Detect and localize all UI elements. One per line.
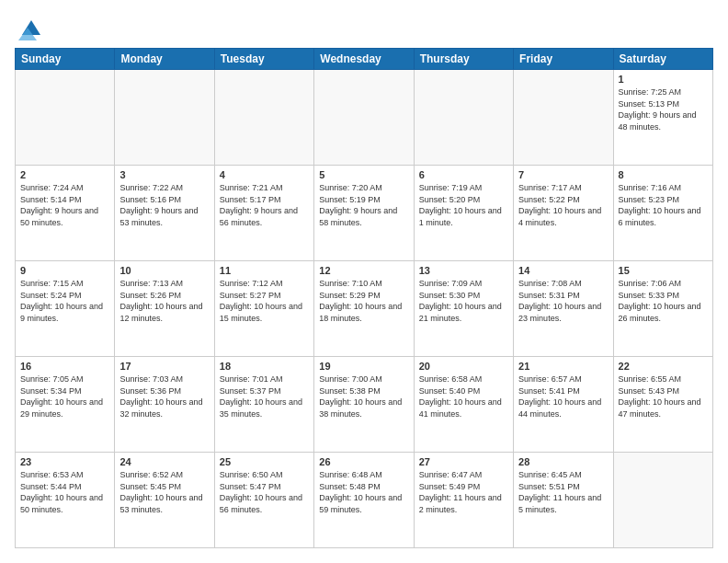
day-cell: 26Sunrise: 6:48 AMSunset: 5:48 PMDayligh… — [314, 453, 414, 548]
day-number: 12 — [319, 265, 408, 276]
day-number: 21 — [518, 361, 608, 372]
day-number: 7 — [518, 169, 608, 180]
day-cell — [314, 70, 414, 166]
day-cell: 27Sunrise: 6:47 AMSunset: 5:49 PMDayligh… — [414, 453, 513, 548]
day-cell: 18Sunrise: 7:01 AMSunset: 5:37 PMDayligh… — [214, 357, 313, 453]
day-number: 19 — [319, 361, 408, 372]
day-info: Sunrise: 7:20 AMSunset: 5:19 PMDaylight:… — [319, 182, 408, 228]
day-number: 13 — [419, 265, 508, 276]
day-number: 5 — [319, 169, 408, 180]
day-number: 2 — [20, 169, 109, 180]
week-row-1: 2Sunrise: 7:24 AMSunset: 5:14 PMDaylight… — [16, 166, 713, 261]
day-info: Sunrise: 7:00 AMSunset: 5:38 PMDaylight:… — [319, 373, 408, 419]
day-cell: 22Sunrise: 6:55 AMSunset: 5:43 PMDayligh… — [613, 357, 712, 453]
day-number: 25 — [220, 456, 309, 467]
day-info: Sunrise: 7:24 AMSunset: 5:14 PMDaylight:… — [20, 182, 109, 228]
day-info: Sunrise: 7:10 AMSunset: 5:29 PMDaylight:… — [319, 278, 408, 324]
day-cell: 17Sunrise: 7:03 AMSunset: 5:36 PMDayligh… — [115, 357, 214, 453]
day-cell: 1Sunrise: 7:25 AMSunset: 5:13 PMDaylight… — [613, 70, 712, 166]
day-info: Sunrise: 6:55 AMSunset: 5:43 PMDaylight:… — [619, 373, 708, 419]
day-info: Sunrise: 7:13 AMSunset: 5:26 PMDaylight:… — [119, 278, 209, 324]
day-cell: 24Sunrise: 6:52 AMSunset: 5:45 PMDayligh… — [115, 453, 214, 548]
day-info: Sunrise: 7:01 AMSunset: 5:37 PMDaylight:… — [220, 373, 309, 419]
day-cell: 28Sunrise: 6:45 AMSunset: 5:51 PMDayligh… — [514, 453, 613, 548]
day-info: Sunrise: 7:16 AMSunset: 5:23 PMDaylight:… — [619, 182, 708, 228]
day-info: Sunrise: 7:25 AMSunset: 5:13 PMDaylight:… — [619, 86, 708, 132]
day-number: 10 — [119, 265, 209, 276]
day-number: 27 — [419, 456, 508, 467]
col-header-thursday: Thursday — [414, 49, 513, 70]
day-cell: 16Sunrise: 7:05 AMSunset: 5:34 PMDayligh… — [16, 357, 115, 453]
col-header-friday: Friday — [514, 49, 613, 70]
col-header-sunday: Sunday — [16, 49, 115, 70]
week-row-0: 1Sunrise: 7:25 AMSunset: 5:13 PMDaylight… — [16, 70, 713, 166]
day-cell: 7Sunrise: 7:17 AMSunset: 5:22 PMDaylight… — [514, 166, 613, 261]
day-cell — [214, 70, 313, 166]
day-number: 1 — [619, 74, 708, 85]
day-cell: 20Sunrise: 6:58 AMSunset: 5:40 PMDayligh… — [414, 357, 513, 453]
header — [15, 15, 713, 40]
page: SundayMondayTuesdayWednesdayThursdayFrid… — [0, 0, 728, 563]
logo-icon — [18, 15, 44, 40]
day-number: 17 — [119, 361, 209, 372]
week-row-2: 9Sunrise: 7:15 AMSunset: 5:24 PMDaylight… — [16, 261, 713, 357]
day-cell: 5Sunrise: 7:20 AMSunset: 5:19 PMDaylight… — [314, 166, 414, 261]
day-cell: 2Sunrise: 7:24 AMSunset: 5:14 PMDaylight… — [16, 166, 115, 261]
day-cell: 14Sunrise: 7:08 AMSunset: 5:31 PMDayligh… — [514, 261, 613, 357]
week-row-3: 16Sunrise: 7:05 AMSunset: 5:34 PMDayligh… — [16, 357, 713, 453]
day-cell: 6Sunrise: 7:19 AMSunset: 5:20 PMDaylight… — [414, 166, 513, 261]
day-info: Sunrise: 7:03 AMSunset: 5:36 PMDaylight:… — [119, 373, 209, 419]
day-info: Sunrise: 7:08 AMSunset: 5:31 PMDaylight:… — [518, 278, 608, 324]
day-cell: 3Sunrise: 7:22 AMSunset: 5:16 PMDaylight… — [115, 166, 214, 261]
day-number: 20 — [419, 361, 508, 372]
col-header-monday: Monday — [115, 49, 214, 70]
day-number: 15 — [619, 265, 708, 276]
week-row-4: 23Sunrise: 6:53 AMSunset: 5:44 PMDayligh… — [16, 453, 713, 548]
col-header-tuesday: Tuesday — [214, 49, 313, 70]
day-info: Sunrise: 6:57 AMSunset: 5:41 PMDaylight:… — [518, 373, 608, 419]
day-info: Sunrise: 7:17 AMSunset: 5:22 PMDaylight:… — [518, 182, 608, 228]
day-info: Sunrise: 6:45 AMSunset: 5:51 PMDaylight:… — [518, 469, 608, 515]
day-number: 28 — [518, 456, 608, 467]
day-info: Sunrise: 7:15 AMSunset: 5:24 PMDaylight:… — [20, 278, 109, 324]
day-info: Sunrise: 7:22 AMSunset: 5:16 PMDaylight:… — [119, 182, 209, 228]
day-cell — [414, 70, 513, 166]
day-number: 3 — [119, 169, 209, 180]
day-number: 11 — [220, 265, 309, 276]
day-number: 4 — [220, 169, 309, 180]
day-number: 14 — [518, 265, 608, 276]
day-info: Sunrise: 7:09 AMSunset: 5:30 PMDaylight:… — [419, 278, 508, 324]
day-info: Sunrise: 6:52 AMSunset: 5:45 PMDaylight:… — [119, 469, 209, 515]
day-cell: 8Sunrise: 7:16 AMSunset: 5:23 PMDaylight… — [613, 166, 712, 261]
day-info: Sunrise: 6:50 AMSunset: 5:47 PMDaylight:… — [220, 469, 309, 515]
day-cell — [115, 70, 214, 166]
day-cell: 9Sunrise: 7:15 AMSunset: 5:24 PMDaylight… — [16, 261, 115, 357]
day-number: 22 — [619, 361, 708, 372]
day-info: Sunrise: 6:58 AMSunset: 5:40 PMDaylight:… — [419, 373, 508, 419]
day-number: 9 — [20, 265, 109, 276]
day-number: 6 — [419, 169, 508, 180]
day-cell: 25Sunrise: 6:50 AMSunset: 5:47 PMDayligh… — [214, 453, 313, 548]
day-info: Sunrise: 7:06 AMSunset: 5:33 PMDaylight:… — [619, 278, 708, 324]
day-info: Sunrise: 7:21 AMSunset: 5:17 PMDaylight:… — [220, 182, 309, 228]
day-number: 23 — [20, 456, 109, 467]
day-cell — [613, 453, 712, 548]
day-cell: 11Sunrise: 7:12 AMSunset: 5:27 PMDayligh… — [214, 261, 313, 357]
day-cell: 23Sunrise: 6:53 AMSunset: 5:44 PMDayligh… — [16, 453, 115, 548]
calendar-table: SundayMondayTuesdayWednesdayThursdayFrid… — [15, 48, 713, 548]
day-number: 16 — [20, 361, 109, 372]
day-number: 8 — [619, 169, 708, 180]
day-number: 24 — [119, 456, 209, 467]
col-header-wednesday: Wednesday — [314, 49, 414, 70]
day-cell: 13Sunrise: 7:09 AMSunset: 5:30 PMDayligh… — [414, 261, 513, 357]
day-info: Sunrise: 7:05 AMSunset: 5:34 PMDaylight:… — [20, 373, 109, 419]
col-header-saturday: Saturday — [613, 49, 712, 70]
day-cell: 10Sunrise: 7:13 AMSunset: 5:26 PMDayligh… — [115, 261, 214, 357]
day-cell — [514, 70, 613, 166]
day-info: Sunrise: 7:12 AMSunset: 5:27 PMDaylight:… — [220, 278, 309, 324]
logo — [15, 15, 44, 40]
day-number: 18 — [220, 361, 309, 372]
day-info: Sunrise: 7:19 AMSunset: 5:20 PMDaylight:… — [419, 182, 508, 228]
day-number: 26 — [319, 456, 408, 467]
day-info: Sunrise: 6:53 AMSunset: 5:44 PMDaylight:… — [20, 469, 109, 515]
